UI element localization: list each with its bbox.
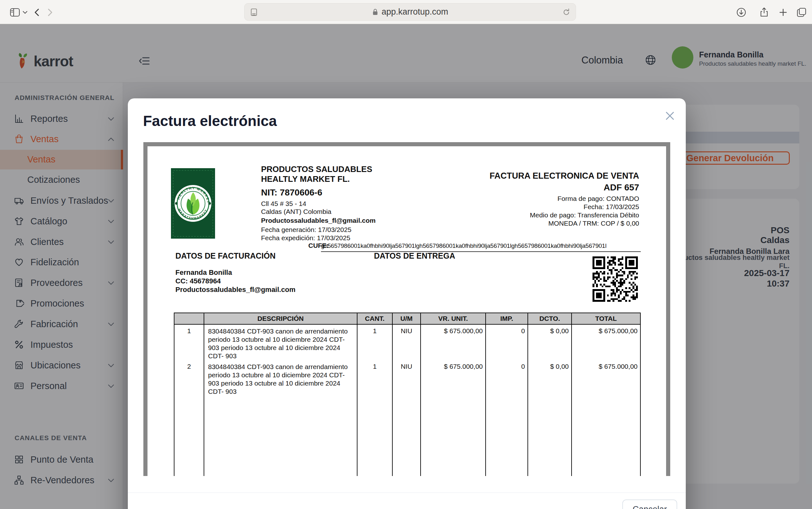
forward-button[interactable]	[44, 7, 55, 18]
billing-id: CC: 45678964	[175, 277, 295, 285]
invoice-page: HEALTHY MARKET MARATSHMARKET PRODUCTOS S…	[147, 146, 666, 476]
back-button[interactable]	[32, 7, 42, 18]
payment-method: Medio de pago: Transferencia Débito	[417, 211, 639, 219]
generation-date: Fecha generación: 17/03/2025	[261, 226, 351, 234]
supplier-city: Caldas (ANT) Colombia	[261, 207, 331, 215]
url-text: app.karrotup.com	[382, 7, 448, 17]
issue-date: Fecha expedición: 17/03/2025	[261, 234, 351, 242]
invoice-pdf-viewer[interactable]: HEALTHY MARKET MARATSHMARKET PRODUCTOS S…	[143, 142, 670, 476]
modal-footer: Cancelar	[128, 493, 686, 509]
supplier-address: Cll 45 # 35 - 14	[261, 200, 331, 207]
currency-trm: MONEDA / TRM: COP / $ 0,00	[417, 219, 639, 228]
table-filler-row	[174, 398, 640, 476]
cufe-value: gh5657986001ka0fhbhi90lja567901lgh565798…	[321, 242, 641, 252]
billing-name: Fernanda Bonilla	[175, 268, 295, 277]
close-icon[interactable]	[663, 109, 677, 123]
invoice-modal: Factura electrónica HEALTHY MARKET MARAT…	[128, 98, 686, 509]
table-row: 1 8304840384 CDT-903 canon de arrendamie…	[174, 324, 640, 360]
payment-form: Forma de pago: CONTADO	[417, 195, 639, 203]
invoice-title: FACTURA ELECTRONICA DE VENTA	[417, 171, 639, 181]
share-icon[interactable]	[759, 7, 770, 18]
company-logo: HEALTHY MARKET MARATSHMARKET	[171, 168, 215, 239]
qr-code	[593, 257, 638, 302]
lock-icon	[372, 8, 378, 16]
browser-sidebar-toggle-icon[interactable]	[9, 7, 20, 18]
downloads-icon[interactable]	[736, 7, 747, 18]
supplier-nit: NIT: 7870606-6	[261, 188, 322, 198]
invoice-date: Fecha: 17/03/2025	[417, 203, 639, 211]
cancel-button[interactable]: Cancelar	[622, 500, 677, 509]
browser-toolbar: app.karrotup.com	[0, 0, 812, 24]
table-row: 2 8304840384 CDT-903 canon de arrendamie…	[174, 360, 640, 398]
reload-icon[interactable]	[562, 8, 571, 16]
chevron-down-icon[interactable]	[22, 10, 28, 14]
table-header-row: DESCRIPCIÓN CANT. U/M VR. UNIT. IMP. DCT…	[174, 313, 640, 324]
supplier-email: Productossaludables_fl@gmail.com	[261, 217, 376, 224]
supplier-name-line1: PRODUCTOS SALUDABLES	[261, 164, 373, 174]
modal-title: Factura electrónica	[143, 112, 277, 130]
supplier-name-line2: HEALTLY MARKET FL.	[261, 174, 373, 184]
billing-section-title: DATOS DE FACTURACIÓN	[175, 251, 276, 261]
billing-email: Productossaludables_fl@gmail.com	[175, 285, 295, 294]
new-tab-icon[interactable]	[778, 7, 788, 18]
tab-overview-icon[interactable]	[796, 7, 807, 18]
invoice-items-table: DESCRIPCIÓN CANT. U/M VR. UNIT. IMP. DCT…	[174, 313, 641, 476]
delivery-section-title: DATOS DE ENTREGA	[374, 251, 455, 261]
address-bar[interactable]: app.karrotup.com	[244, 3, 576, 21]
invoice-number: ADF 657	[417, 182, 639, 193]
